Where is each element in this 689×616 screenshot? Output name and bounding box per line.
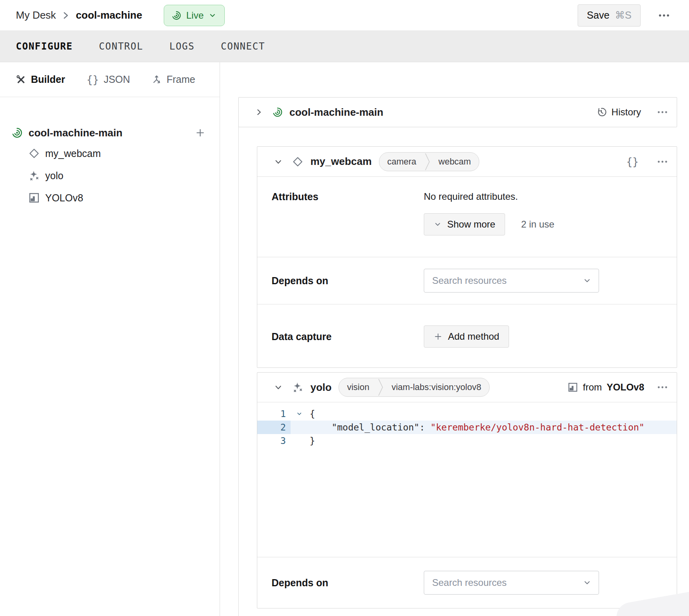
machine-broadcast-icon (11, 127, 23, 139)
depends-on-search-input[interactable]: Search resources (424, 571, 599, 595)
config-main-panel: cool-machine-main History my_webcam came… (220, 62, 689, 616)
from-module-name: YOLOv8 (607, 382, 644, 393)
view-json[interactable]: {} JSON (86, 74, 130, 86)
attributes-section: Attributes No required attributes. Show … (257, 177, 677, 257)
show-json-button[interactable]: {} (624, 153, 641, 170)
tree-item-label: YOLOv8 (45, 192, 83, 204)
attributes-in-use-count: 2 in use (521, 219, 554, 230)
save-button[interactable]: Save ⌘S (578, 4, 641, 27)
attributes-json-editor[interactable]: 1 { 2 "model_location": "keremberke/yolo… (257, 402, 677, 557)
badge-model: webcam (431, 157, 479, 167)
chevron-down-icon (296, 411, 302, 417)
camera-diamond-icon (29, 148, 40, 159)
code-key: "model_location": (310, 422, 431, 432)
code-text: { (308, 407, 315, 421)
view-builder[interactable]: Builder (16, 74, 65, 85)
tab-connect[interactable]: CONNECT (221, 38, 265, 54)
from-module-link[interactable]: from YOLOv8 (568, 382, 644, 393)
code-line-active[interactable]: 2 "model_location": "keremberke/yolov8n-… (257, 421, 677, 434)
service-title: yolo (310, 381, 331, 394)
vision-sparkle-icon (292, 382, 303, 393)
module-icon (29, 192, 40, 203)
webcam-overflow-menu[interactable] (655, 157, 670, 166)
breadcrumb-machine-name: cool-machine (76, 9, 142, 21)
fold-spacer (291, 434, 308, 448)
chevron-down-icon (274, 157, 283, 166)
tab-configure[interactable]: CONFIGURE (16, 38, 73, 54)
breadcrumb-separator-icon (62, 10, 69, 21)
chevron-down-icon (434, 220, 442, 228)
nesting-guide-line (238, 126, 239, 616)
history-label: History (611, 107, 641, 118)
depends-on-label: Depends on (272, 275, 424, 287)
tree-item-my-webcam[interactable]: my_webcam (0, 142, 220, 165)
view-frame-label: Frame (167, 74, 195, 85)
tab-logs[interactable]: LOGS (169, 38, 195, 54)
collapse-yolo-button[interactable] (272, 381, 285, 394)
ellipsis-icon (657, 385, 668, 389)
history-button[interactable]: History (596, 107, 641, 118)
code-text: } (308, 434, 315, 448)
machine-broadcast-icon (272, 107, 283, 118)
badge-separator-icon (377, 378, 384, 396)
part-overflow-menu[interactable] (655, 108, 670, 117)
chevron-down-icon (583, 578, 591, 587)
component-type-badge: camera webcam (379, 152, 479, 171)
tree-item-yolo[interactable]: yolo (0, 165, 220, 187)
tree-item-label: my_webcam (45, 148, 101, 159)
data-capture-section: Data capture Add method (257, 304, 677, 369)
fold-toggle[interactable] (291, 407, 308, 421)
plus-icon (195, 128, 205, 138)
fold-spacer (291, 421, 308, 434)
search-placeholder: Search resources (432, 577, 583, 588)
add-component-button[interactable] (193, 125, 208, 140)
depends-on-section: Depends on Search resources (257, 257, 677, 304)
depends-on-label: Depends on (272, 577, 424, 589)
tree-item-machine-part[interactable]: cool-machine-main (0, 123, 220, 142)
history-icon (596, 107, 607, 117)
chevron-down-icon (583, 276, 591, 285)
chevron-down-icon (274, 383, 283, 392)
tree-item-label: cool-machine-main (29, 127, 122, 139)
tab-control[interactable]: CONTROL (99, 38, 144, 54)
line-number[interactable]: 2 (257, 421, 291, 434)
view-frame[interactable]: Frame (151, 74, 195, 85)
section-tab-bar: CONFIGURE CONTROL LOGS CONNECT (0, 31, 689, 62)
data-capture-label: Data capture (272, 331, 424, 342)
view-json-label: JSON (103, 74, 130, 85)
save-label: Save (587, 10, 609, 21)
add-method-button[interactable]: Add method (424, 325, 509, 348)
code-line[interactable]: 1 { (257, 407, 677, 421)
badge-separator-icon (424, 153, 431, 171)
tree-item-yolov8-module[interactable]: YOLOv8 (0, 187, 220, 209)
code-line[interactable]: 3 } (257, 434, 677, 448)
line-number[interactable]: 1 (257, 407, 291, 421)
live-broadcast-icon (171, 10, 182, 21)
ellipsis-icon (657, 160, 668, 164)
tree-item-label: yolo (45, 170, 63, 182)
status-label: Live (186, 10, 204, 21)
component-title: my_webcam (310, 155, 372, 168)
attributes-empty-text: No required attributes. (424, 191, 554, 202)
service-type-badge: vision viam-labs:vision:yolov8 (339, 378, 489, 397)
badge-model: viam-labs:vision:yolov8 (384, 382, 489, 392)
save-shortcut: ⌘S (615, 10, 632, 21)
collapse-webcam-button[interactable] (272, 155, 285, 168)
header-overflow-menu[interactable] (654, 10, 674, 21)
machine-part-card: cool-machine-main History (238, 97, 677, 127)
badge-type: vision (339, 382, 377, 392)
my-webcam-card: my_webcam camera webcam {} Attributes No… (257, 146, 677, 368)
config-sidebar: Builder {} JSON Frame cool-machine-main … (0, 62, 220, 616)
expand-part-button[interactable] (252, 105, 266, 119)
camera-diamond-icon (292, 156, 303, 167)
from-label: from (583, 382, 602, 393)
depends-on-search-input[interactable]: Search resources (424, 269, 599, 293)
code-text: "model_location": "keremberke/yolov8n-ha… (308, 421, 645, 434)
yolo-overflow-menu[interactable] (655, 383, 670, 392)
show-more-button[interactable]: Show more (424, 213, 505, 235)
line-number[interactable]: 3 (257, 434, 291, 448)
breadcrumb-location[interactable]: My Desk (16, 9, 56, 21)
ellipsis-icon (657, 110, 668, 114)
resource-tree: cool-machine-main my_webcam yolo YOLOv8 (0, 97, 220, 209)
machine-status-dropdown[interactable]: Live (164, 5, 225, 26)
